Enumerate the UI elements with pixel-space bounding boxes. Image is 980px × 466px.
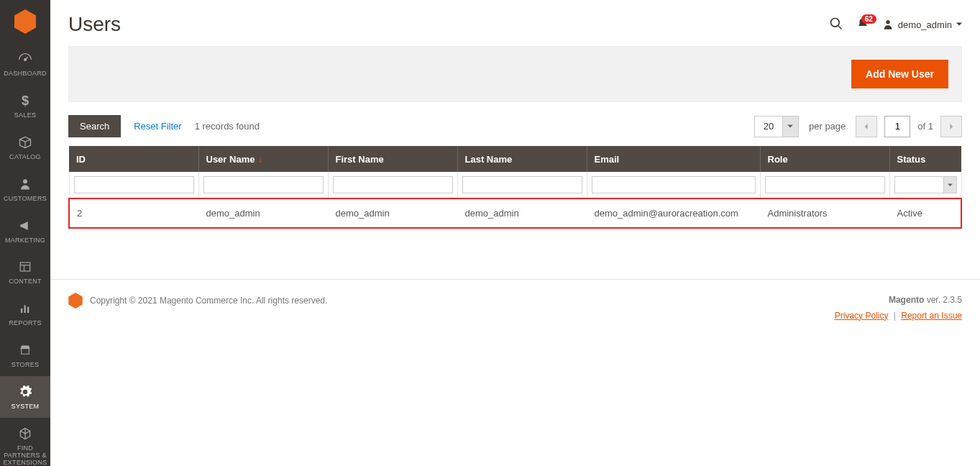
pager-of-label: of 1 <box>917 121 933 132</box>
person-icon <box>17 175 34 193</box>
notification-badge: 62 <box>861 14 876 24</box>
col-role[interactable]: Role <box>760 146 889 172</box>
sidebar-item-customers[interactable]: CUSTOMERS <box>0 168 50 210</box>
sidebar-item-stores[interactable]: STORES <box>0 334 50 376</box>
records-found: 1 records found <box>195 121 260 132</box>
logo[interactable] <box>11 7 40 36</box>
svg-point-12 <box>886 20 889 24</box>
copyright: Copyright © 2021 Magento Commerce Inc. A… <box>90 296 327 306</box>
footer-brand: Magento <box>889 295 924 305</box>
sidebar-item-label: CUSTOMERS <box>4 196 47 203</box>
storefront-icon <box>17 342 34 359</box>
cell-id: 2 <box>69 198 198 228</box>
svg-point-3 <box>23 179 27 183</box>
report-issue-link[interactable]: Report an Issue <box>901 311 962 321</box>
chevron-down-icon <box>956 22 962 27</box>
sidebar-item-label: DASHBOARD <box>4 70 47 78</box>
sidebar-item-label: FIND PARTNERS & EXTENSIONS <box>1 445 49 466</box>
magento-icon <box>68 293 83 309</box>
svg-rect-9 <box>27 307 29 313</box>
sidebar-item-label: CONTENT <box>9 278 42 285</box>
svg-text:$: $ <box>22 93 29 108</box>
sidebar-item-label: SALES <box>14 112 37 119</box>
bars-icon <box>17 300 34 317</box>
sidebar-item-label: REPORTS <box>9 320 41 327</box>
cube-icon <box>17 425 34 442</box>
filter-lastname-input[interactable] <box>462 176 582 193</box>
layout-icon <box>17 258 34 275</box>
cell-firstname: demo_admin <box>328 198 457 228</box>
sidebar-item-system[interactable]: SYSTEM <box>0 376 50 418</box>
reset-filter-link[interactable]: Reset Filter <box>134 121 181 132</box>
user-menu[interactable]: demo_admin <box>882 19 962 30</box>
col-firstname[interactable]: First Name <box>328 146 457 172</box>
page-title: Users <box>68 13 121 36</box>
grid-toolbar: Search Reset Filter 1 records found 20 p… <box>50 115 980 146</box>
sidebar-item-partners[interactable]: FIND PARTNERS & EXTENSIONS <box>0 418 50 466</box>
search-button[interactable] <box>829 17 843 33</box>
filter-email-input[interactable] <box>592 176 756 193</box>
sidebar-item-label: MARKETING <box>5 237 45 245</box>
sidebar-item-dashboard[interactable]: DASHBOARD <box>0 43 50 85</box>
col-username[interactable]: User Name↓ <box>198 146 328 172</box>
sidebar: DASHBOARD $ SALES CATALOG CUSTOMERS MARK… <box>0 0 50 466</box>
sidebar-item-label: CATALOG <box>9 154 41 161</box>
dollar-icon: $ <box>17 92 34 109</box>
add-new-user-button[interactable]: Add New User <box>851 60 948 88</box>
sidebar-item-marketing[interactable]: MARKETING <box>0 210 50 252</box>
privacy-policy-link[interactable]: Privacy Policy <box>835 311 889 321</box>
sidebar-item-sales[interactable]: $ SALES <box>0 85 50 127</box>
table-row[interactable]: 2 demo_admin demo_admin demo_admin demo_… <box>69 198 961 228</box>
action-bar: Add New User <box>68 46 962 102</box>
filter-id-input[interactable] <box>74 176 194 193</box>
user-name: demo_admin <box>898 19 952 30</box>
svg-rect-4 <box>20 262 30 271</box>
pager-page-input[interactable] <box>884 116 910 137</box>
megaphone-icon <box>17 217 34 234</box>
svg-rect-7 <box>21 309 22 313</box>
sort-desc-icon: ↓ <box>257 153 262 165</box>
sidebar-item-label: SYSTEM <box>12 403 40 411</box>
user-icon <box>882 19 894 30</box>
cell-username: demo_admin <box>198 198 328 228</box>
svg-point-10 <box>830 18 839 27</box>
filter-role-input[interactable] <box>765 176 885 193</box>
sidebar-item-content[interactable]: CONTENT <box>0 251 50 293</box>
svg-line-11 <box>838 25 841 29</box>
col-id[interactable]: ID <box>69 146 198 172</box>
cell-email: demo_admin@auroracreation.com <box>587 198 760 228</box>
cell-lastname: demo_admin <box>457 198 587 228</box>
perpage-select[interactable]: 20 <box>754 116 799 137</box>
pager-prev-button[interactable] <box>856 116 877 137</box>
box-icon <box>17 134 34 151</box>
cell-status: Active <box>889 198 961 228</box>
header: Users 62 demo_admin <box>50 0 980 46</box>
svg-rect-8 <box>24 306 26 314</box>
pager-next-button[interactable] <box>940 116 962 137</box>
chevron-down-icon[interactable] <box>782 116 798 137</box>
sidebar-item-label: STORES <box>12 362 40 369</box>
footer-version: ver. 2.3.5 <box>924 295 962 305</box>
col-status[interactable]: Status <box>889 146 961 172</box>
dashboard-icon <box>17 50 34 68</box>
cell-role: Administrators <box>760 198 889 228</box>
gear-icon <box>17 383 34 401</box>
footer: Copyright © 2021 Magento Commerce Inc. A… <box>50 279 980 345</box>
filter-status-select[interactable] <box>894 176 957 193</box>
perpage-value: 20 <box>755 116 782 137</box>
search-button[interactable]: Search <box>68 115 121 137</box>
filter-firstname-input[interactable] <box>333 176 453 193</box>
filter-username-input[interactable] <box>203 176 324 193</box>
sidebar-item-catalog[interactable]: CATALOG <box>0 127 50 168</box>
users-grid: ID User Name↓ First Name Last Name Email… <box>68 146 962 229</box>
chevron-down-icon <box>943 177 956 193</box>
sidebar-item-reports[interactable]: REPORTS <box>0 293 50 334</box>
notifications-button[interactable]: 62 <box>856 17 869 32</box>
col-email[interactable]: Email <box>587 146 760 172</box>
perpage-label: per page <box>809 121 846 132</box>
col-lastname[interactable]: Last Name <box>457 146 587 172</box>
